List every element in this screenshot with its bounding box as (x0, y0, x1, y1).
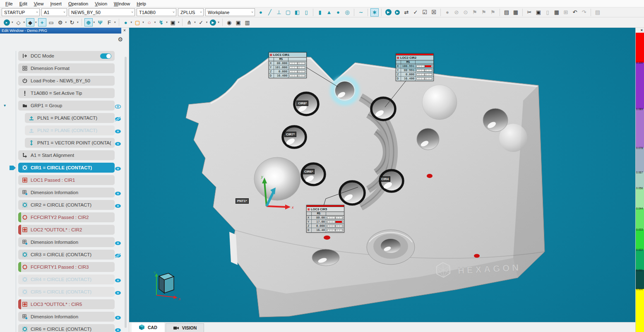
sphere-tool-button[interactable]: ● (122, 18, 130, 26)
copy-button[interactable]: ▣ (534, 8, 543, 17)
view-orientation-button[interactable]: ▸ (2, 18, 11, 26)
paste-with-pattern-button[interactable]: ▦ (553, 8, 561, 17)
dropdown-arrow-icon[interactable]: ▾ (77, 21, 79, 24)
gear-icon[interactable]: ⚙ (118, 36, 123, 43)
part-program-combobox[interactable]: STARTUP˅ (2, 8, 40, 16)
visibility-eye-icon[interactable] (115, 190, 121, 197)
cir6-feature[interactable] (302, 164, 325, 185)
sidebar-item-cir5[interactable]: CIR5 = CIRCLE (CONTACT) (18, 287, 115, 297)
dropdown-arrow-icon[interactable]: ▾ (131, 21, 132, 24)
probe-file-combobox[interactable]: NEW5_BY_50˅ (69, 8, 135, 16)
visibility-eye-icon[interactable] (115, 202, 121, 210)
torus-feature-button[interactable]: ◎ (343, 8, 351, 17)
statistics-button[interactable]: ▥ (243, 18, 252, 26)
mark-cancel-button[interactable]: ☒ (430, 8, 438, 17)
dropdown-arrow-icon[interactable]: ▾ (12, 21, 13, 24)
feature-hidden-button[interactable]: ⊘ (452, 8, 461, 17)
dimension-label-loc3[interactable]: ⊞LOC3 CIR5MSX80.00Y17.00Z0.000D16.40 (306, 205, 344, 233)
counterbore-feature[interactable] (367, 230, 415, 265)
camera-button[interactable]: ◉ (225, 18, 233, 26)
copy-pattern-button[interactable]: ▣ (169, 18, 177, 26)
cir5-feature[interactable] (340, 181, 365, 204)
visibility-eye-icon[interactable] (115, 327, 121, 332)
sidebar-item-fcfcirty1[interactable]: FCFCIRTY1 Passed : CIR3 (18, 262, 115, 272)
tree-expand-caret[interactable]: ▾ (4, 103, 6, 108)
dropdown-arrow-icon[interactable]: ▾ (206, 21, 208, 24)
visibility-eye-off-icon[interactable] (115, 252, 121, 260)
round-slot-feature-button[interactable]: ▢ (284, 8, 292, 17)
visibility-eye-icon[interactable] (115, 289, 121, 297)
sidebar-item-cir6[interactable]: CIR6 = CIRCLE (CONTACT) (18, 324, 115, 332)
quick-align-button[interactable]: ↯ (157, 18, 165, 26)
scale-close-icon[interactable]: × (636, 28, 644, 33)
feature-tag-cir7[interactable]: CIR7* (284, 132, 296, 137)
sidebar-item-t1a0b0[interactable]: T1A0B0 = Set Active Tip (18, 88, 115, 98)
cad-viewport[interactable]: HEXAGON x y (129, 28, 644, 332)
cone-feature-button[interactable]: ▲ (325, 8, 333, 17)
report-window-button[interactable]: ▤ (502, 8, 511, 17)
feature-tag-cir4[interactable]: CIR4 (380, 176, 390, 182)
sidebar-item-pln1[interactable]: PLN1 = PLANE (CONTACT) (25, 113, 115, 123)
oval-hole[interactable] (312, 249, 339, 266)
gage-square-button[interactable]: ▢ (133, 18, 142, 26)
execute-button[interactable]: ▶ (384, 8, 392, 17)
notch-feature-button[interactable]: ▯ (302, 8, 310, 17)
active-tip-combobox[interactable]: T1A0B0˅ (137, 8, 176, 16)
sidebar-item-dimension[interactable]: Dimension Information (18, 188, 115, 197)
dimension-label-loc1[interactable]: ⊞LOC1 CIR1MSX80.000Y101.000Z0.000D16.400 (269, 52, 307, 78)
cone-feature[interactable] (254, 157, 300, 200)
plane-feature-button[interactable]: ⊥ (275, 8, 283, 17)
visibility-eye-icon[interactable] (115, 165, 121, 173)
sidebar-item-cir4[interactable]: CIR4 = CIRCLE (CONTACT) (18, 274, 115, 284)
sidebar-item-cir2[interactable]: CIR2 = CIRCLE (CONTACT) (18, 200, 115, 210)
visibility-eye-icon[interactable] (115, 314, 121, 322)
pan-view-button[interactable]: + (38, 18, 46, 26)
execute-loop-button[interactable]: ⇄ (402, 8, 411, 17)
point-feature-button[interactable]: ● (257, 8, 265, 17)
sphere-feature[interactable] (422, 85, 457, 120)
execute-from-cursor-button[interactable]: ▶ (393, 8, 401, 17)
done-check-button[interactable]: ✓ (411, 8, 420, 17)
mark-done-button[interactable]: ☑ (421, 8, 429, 17)
dcc-mode-toggle[interactable] (100, 53, 111, 59)
sidebar-item-cir1[interactable]: CIR1 = CIRCLE (CONTACT) (18, 163, 115, 173)
feature-tag-cir8[interactable]: CIR8* (296, 101, 308, 106)
menu-item-window[interactable]: Window (111, 1, 133, 7)
mark-check-button[interactable]: ✓ (197, 18, 205, 26)
print-button[interactable]: ▤ (594, 8, 602, 17)
dropdown-arrow-icon[interactable]: ▾ (194, 21, 196, 24)
shaded-view-button[interactable]: ◆ (26, 18, 34, 26)
visibility-eye-off-icon[interactable] (115, 115, 121, 123)
cir2-feature[interactable] (371, 98, 395, 120)
cylinder-feature-button[interactable]: ▮ (316, 8, 324, 17)
dropdown-arrow-icon[interactable]: ▾ (35, 21, 37, 24)
dropdown-arrow-icon[interactable]: ▾ (94, 21, 95, 24)
square-slot-feature-button[interactable]: ◧ (293, 8, 301, 17)
cir7-feature[interactable] (283, 126, 306, 148)
gage-circle-button[interactable]: ○ (145, 18, 154, 26)
visibility-eye-icon[interactable] (115, 128, 121, 135)
sidebar-item-a1[interactable]: A1 = Start Alignment (18, 150, 115, 160)
menu-item-vision[interactable]: Vision (92, 1, 110, 7)
goto-position-button[interactable]: ⊙ (461, 8, 470, 17)
execute-play-button[interactable]: ▶ (209, 18, 217, 26)
sidebar-item-pln2[interactable]: PLN2 = PLANE (CONTACT) (25, 125, 115, 135)
sidebar-item-pnt1[interactable]: PNT1 = VECTOR POINT (CONTA( (25, 138, 115, 148)
close-icon[interactable]: × (122, 28, 127, 34)
rotate-view-button[interactable]: ↻ (68, 18, 76, 26)
menu-item-help[interactable]: Help (134, 1, 149, 7)
visibility-eye-icon[interactable] (115, 103, 121, 111)
tab-vision[interactable]: VISION (166, 323, 204, 332)
menu-item-edit[interactable]: Edit (17, 1, 30, 7)
menu-item-insert[interactable]: Insert (47, 1, 65, 7)
sidebar-item-dimension[interactable]: Dimension Information (18, 237, 115, 247)
paste-button[interactable]: ▯ (543, 8, 552, 17)
sidebar-item-grp1[interactable]: GRP1 = Group (18, 101, 115, 111)
alignment-combobox[interactable]: A1˅ (41, 8, 67, 16)
feature-tag-cir6[interactable]: CIR6* (303, 169, 315, 174)
workplane-mode-combobox[interactable]: Workplane˅ (205, 8, 255, 16)
auto-feature-button[interactable]: ∗ (370, 8, 379, 17)
dropdown-arrow-icon[interactable]: ▾ (154, 21, 156, 24)
feature-shaded-button[interactable]: ● (443, 8, 452, 17)
report-template-button[interactable]: ▦ (512, 8, 520, 17)
